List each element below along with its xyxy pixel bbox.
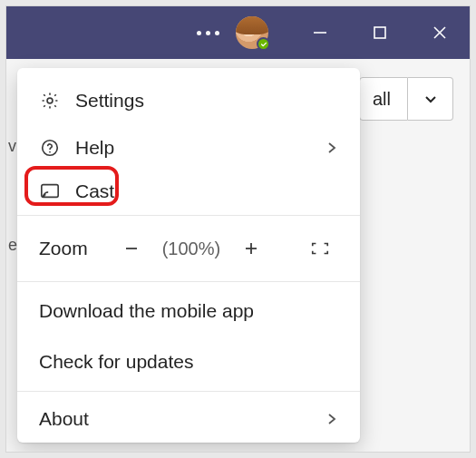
menu-label: Cast [75,180,338,202]
more-options-icon[interactable] [197,31,219,35]
gear-icon [39,90,61,112]
menu-separator [17,281,360,282]
window-controls [290,6,470,59]
menu-item-cast[interactable]: Cast [17,171,360,211]
help-icon [39,137,61,159]
svg-point-4 [47,98,53,103]
profile-avatar[interactable] [236,16,268,49]
menu-separator [17,391,360,392]
zoom-percentage: (100%) [157,239,226,259]
menu-label: Settings [75,90,338,112]
menu-item-download-app[interactable]: Download the mobile app [17,286,360,336]
menu-item-about[interactable]: About [17,395,360,443]
menu-label: Help [75,137,311,159]
chevron-right-icon [325,408,338,430]
call-dropdown-button[interactable] [408,77,453,121]
menu-item-help[interactable]: Help [17,124,360,171]
svg-rect-1 [374,27,385,38]
presence-available-icon [257,37,270,51]
titlebar-left [14,16,290,49]
menu-label: Check for updates [39,351,193,372]
menu-separator [17,215,360,216]
chevron-right-icon [325,137,338,159]
zoom-out-button[interactable] [113,232,150,265]
minus-icon [123,240,140,257]
plus-icon [243,240,259,257]
svg-point-8 [44,196,45,198]
svg-point-6 [49,151,51,153]
fullscreen-button[interactable] [302,240,338,257]
minimize-button[interactable] [290,6,350,59]
chevron-down-icon [423,91,439,107]
cast-icon [39,180,61,202]
menu-label: Download the mobile app [39,300,254,321]
menu-item-check-updates[interactable]: Check for updates [17,336,360,387]
zoom-label: Zoom [39,238,88,259]
content-area: all v e Settings [6,59,470,452]
call-split-button: all [359,77,453,121]
close-button[interactable] [410,6,470,59]
fullscreen-icon [310,240,330,257]
call-button-label: all [373,89,391,110]
profile-menu-dropdown: Settings Help [17,68,360,443]
menu-item-zoom: Zoom (100%) [17,219,360,278]
menu-item-settings[interactable]: Settings [17,77,360,124]
zoom-in-button[interactable] [233,232,269,265]
app-window: all v e Settings [5,5,471,453]
call-button[interactable]: all [359,77,408,121]
maximize-button[interactable] [350,6,410,59]
menu-label: About [39,408,311,430]
titlebar [6,6,470,59]
